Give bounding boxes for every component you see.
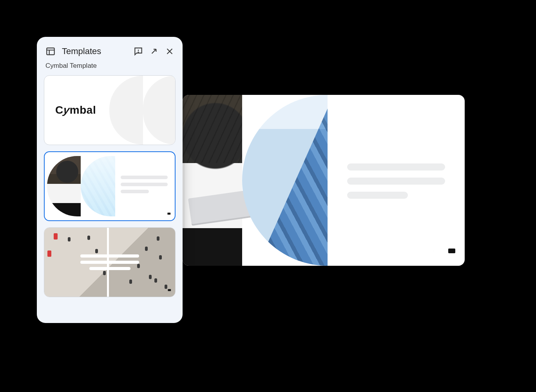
thumb-image-building bbox=[81, 156, 115, 216]
svg-rect-7 bbox=[448, 249, 455, 253]
preview-image-building bbox=[242, 95, 328, 266]
slide-preview bbox=[183, 95, 465, 266]
thumb-image-person bbox=[47, 156, 81, 216]
svg-point-2 bbox=[138, 52, 138, 53]
expand-icon[interactable] bbox=[149, 46, 159, 56]
decor-half-right bbox=[143, 76, 175, 145]
svg-rect-6 bbox=[168, 289, 171, 291]
template-thumb-people-building[interactable] bbox=[44, 151, 176, 221]
preview-image-person bbox=[183, 95, 242, 266]
feedback-icon[interactable] bbox=[133, 46, 143, 56]
panel-subtitle: Cymbal Template bbox=[45, 62, 174, 70]
close-icon[interactable] bbox=[165, 46, 175, 56]
template-thumb-overhead-crowd[interactable] bbox=[44, 227, 176, 297]
brand-cc-icon bbox=[159, 287, 171, 294]
layout-template-icon bbox=[45, 46, 56, 56]
panel-title: Templates bbox=[62, 46, 128, 56]
placeholder-text-lines bbox=[121, 176, 168, 197]
templates-panel: Templates Cymbal Template Cymbal bbox=[37, 37, 183, 323]
brand-cc-icon bbox=[429, 243, 456, 259]
svg-rect-0 bbox=[47, 48, 54, 54]
placeholder-text-lines bbox=[80, 251, 139, 273]
template-thumb-cymbal-title[interactable]: Cymbal bbox=[44, 75, 176, 145]
placeholder-text-lines bbox=[347, 163, 445, 206]
brand-wordmark: Cymbal bbox=[55, 104, 96, 116]
svg-rect-5 bbox=[167, 212, 170, 214]
panel-header: Templates bbox=[44, 44, 176, 56]
decor-half-left bbox=[109, 76, 143, 145]
brand-cc-icon bbox=[159, 210, 171, 217]
